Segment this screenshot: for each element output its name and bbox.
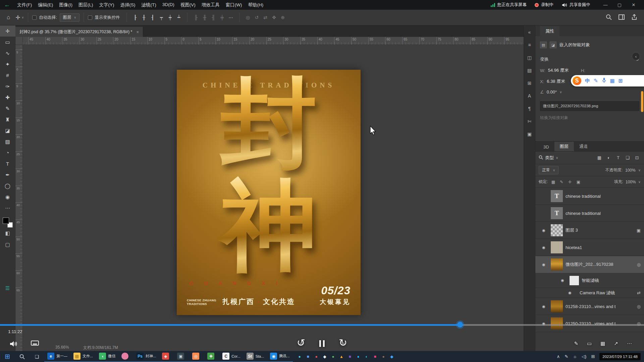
document-tab[interactable]: 封神2.psd @ 35.7% (微信图片_20230729170238, RG… — [15, 27, 143, 37]
brush-tool[interactable]: ✎ — [0, 103, 15, 114]
mode-icon[interactable]: ⇄ — [261, 15, 270, 20]
more-options-icon[interactable]: ⋯ — [226, 15, 235, 20]
taskbar-small-icon[interactable]: ● — [379, 354, 388, 359]
layer-thumbnail[interactable] — [551, 300, 563, 312]
auto-select-checkbox[interactable] — [32, 15, 37, 20]
eraser-tool[interactable]: ◪ — [0, 125, 15, 136]
convert-link-button[interactable]: 转换为链接对象 — [540, 115, 639, 121]
color-panel-icon[interactable]: ⊞ — [524, 80, 535, 86]
layer-01258[interactable]: ◉ 01258-23110...vines and t ◎ — [535, 298, 644, 315]
healing-brush-tool[interactable]: ✚ — [0, 92, 15, 103]
task-view-button[interactable]: ❏ — [30, 351, 44, 362]
keyboard-icon[interactable]: ▦ — [610, 78, 615, 84]
tray-expand-icon[interactable]: ∧ — [557, 354, 560, 359]
language-toggle-icon[interactable]: 中 — [585, 78, 590, 84]
lasso-tool[interactable]: ∿ — [0, 48, 15, 59]
gradient-tool[interactable]: ▨ — [0, 136, 15, 147]
mode-icon[interactable]: ↺ — [252, 15, 261, 20]
maximize-button[interactable]: ▢ — [612, 2, 627, 7]
layer-badge-icon[interactable]: ◎ — [634, 262, 644, 267]
object-selection-tool[interactable]: ✦ — [0, 59, 15, 70]
taskbar-app-avatar[interactable] — [118, 351, 133, 362]
align-icon[interactable]: ┨ — [148, 15, 157, 20]
taskbar-small-icon[interactable]: ● — [312, 354, 321, 359]
layer-wechat-image[interactable]: ◉ 微信图片_202...9170238 ◎ — [535, 256, 644, 273]
angle-field[interactable]: 0.00° — [547, 89, 557, 95]
taskbar-small-icon[interactable]: ● — [329, 354, 337, 359]
back-arrow-icon[interactable]: ← — [4, 1, 10, 8]
clone-stamp-tool[interactable]: ♜ — [0, 114, 15, 125]
adjustments-panel-icon[interactable]: ▤ — [524, 68, 535, 73]
filter-smart-icon[interactable]: ⊡ — [633, 155, 641, 160]
taskbar-app-photoshop[interactable]: Ps 封神... — [133, 351, 159, 362]
layer-3[interactable]: ◉ 图层 3 ▣ — [535, 222, 644, 239]
annotation-icon[interactable]: ✎ — [574, 341, 578, 347]
align-icon[interactable]: ┷ — [174, 15, 183, 20]
layer-visibility-toggle[interactable]: ◉ — [539, 304, 549, 309]
menu-item[interactable]: 增效工具 — [199, 2, 223, 8]
tab-layers[interactable]: 图层 — [554, 142, 574, 151]
rewind-10-button[interactable]: ↺ 10 — [297, 338, 305, 348]
menu-item[interactable]: 滤镜(T) — [139, 2, 159, 8]
menu-item[interactable]: 文件(F) — [14, 2, 35, 8]
layer-badge-icon[interactable]: ◎ — [634, 304, 644, 309]
smart-filters-row[interactable]: ◉ 智能滤镜 — [535, 273, 644, 288]
filter-pixel-icon[interactable]: ▦ — [596, 155, 603, 160]
layer-thumbnail[interactable] — [551, 317, 563, 329]
dodge-tool[interactable]: ◔ — [0, 147, 15, 158]
chevron-down-icon[interactable]: ∨ — [559, 90, 562, 94]
handwriting-icon[interactable]: ✎ — [594, 78, 598, 84]
marquee-tool[interactable]: ▭ — [0, 37, 15, 48]
panel-scroll-indicator[interactable] — [641, 91, 643, 112]
layer-visibility-toggle[interactable]: ◉ — [539, 245, 549, 250]
distribute-icon[interactable]: ╢ — [209, 15, 218, 20]
collapse-dock-icon[interactable]: « — [524, 29, 535, 35]
align-icon[interactable]: ╂ — [140, 15, 148, 20]
layer-thumbnail[interactable] — [551, 241, 563, 253]
text-tool[interactable]: T — [0, 158, 15, 169]
eyedropper-tool[interactable]: ✑ — [0, 81, 15, 92]
history-panel-icon[interactable]: ▣ — [524, 131, 535, 137]
crop-tool[interactable]: # — [0, 70, 15, 81]
menu-item[interactable]: 图层(L) — [75, 2, 96, 8]
move-tool[interactable]: ✛ — [0, 25, 15, 37]
tab-properties[interactable]: 属性 — [540, 26, 559, 36]
taskbar-small-icon[interactable]: ◆ — [388, 354, 396, 359]
blend-mode-dropdown[interactable]: 正常 ∨ — [539, 166, 558, 174]
annotation-icon[interactable]: ↗ — [614, 341, 618, 347]
tab-channels[interactable]: 通道 — [574, 142, 593, 151]
taskbar-small-icon[interactable]: ▲ — [337, 354, 346, 359]
screen-mode-button[interactable]: ▢ — [0, 239, 15, 250]
taskbar-app-meeting[interactable]: ◉ 腾讯... — [267, 351, 292, 362]
clone-source-panel-icon[interactable]: ✄ — [524, 119, 535, 124]
tray-volume-icon[interactable]: ◁) — [582, 354, 586, 359]
minimize-button[interactable]: — — [598, 2, 612, 7]
tray-network-icon[interactable]: ⊞ — [591, 354, 595, 359]
foreground-color-swatch[interactable] — [3, 218, 9, 224]
taskbar-app-browser[interactable]: e 第一— — [44, 351, 70, 362]
search-icon[interactable] — [606, 14, 612, 21]
layer-thumbnail[interactable] — [551, 224, 563, 236]
layer-text-2[interactable]: T chinese traditional — [535, 205, 644, 222]
taskbar-search-button[interactable] — [15, 351, 30, 362]
lock-position-icon[interactable]: ✛ — [567, 180, 573, 184]
filter-adjustment-icon[interactable]: ◐ — [605, 155, 612, 160]
auto-select-dropdown[interactable]: 图层 ∨ — [60, 13, 80, 22]
shape-tool[interactable]: ◯ — [0, 180, 15, 191]
layer-thumbnail[interactable]: T — [551, 190, 563, 202]
video-progress-handle[interactable] — [457, 322, 463, 327]
zoom-level[interactable]: 35.66% — [55, 345, 69, 351]
workspace-icon[interactable] — [619, 14, 625, 21]
x-field[interactable]: 6.38 厘米 — [547, 78, 565, 84]
width-field[interactable]: 54.96 厘米 — [548, 67, 569, 73]
mode-icon[interactable]: ◎ — [244, 15, 252, 20]
share-icon[interactable] — [631, 14, 637, 21]
mode-icon[interactable]: ⊕ — [278, 15, 287, 20]
taskbar-small-icon[interactable]: ◆ — [321, 354, 329, 359]
brushes-panel-icon[interactable]: ≡ — [524, 42, 535, 48]
align-icon[interactable]: ┯ — [157, 15, 166, 20]
layer-badge-icon[interactable]: ▣ — [633, 228, 644, 233]
layer-visibility-toggle[interactable]: ◉ — [539, 228, 549, 233]
lock-all-icon[interactable]: ▣ — [575, 180, 581, 184]
menu-item[interactable]: 3D(D) — [159, 2, 177, 8]
